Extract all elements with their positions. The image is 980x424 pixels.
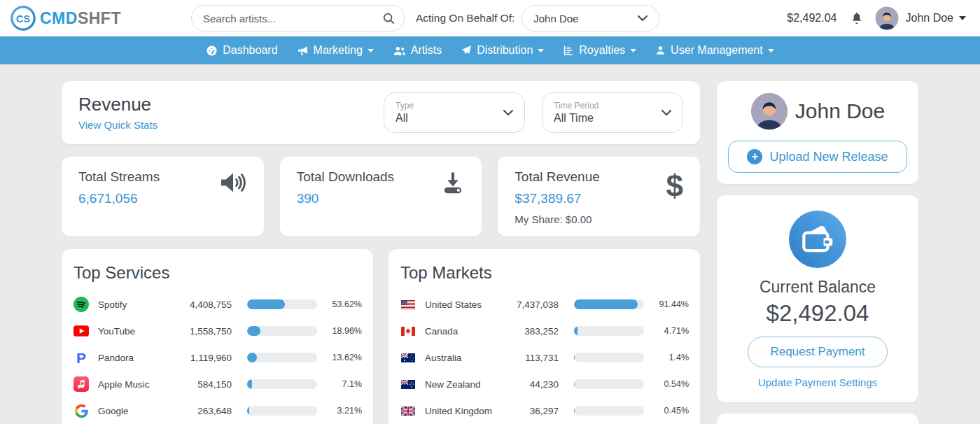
user-avatar[interactable] bbox=[875, 6, 899, 30]
pandora-icon: P bbox=[73, 349, 90, 366]
row-percent: 0.45% bbox=[644, 406, 689, 416]
top-markets-list: United States7,437,03891.44%Canada383,25… bbox=[400, 291, 689, 424]
upload-new-release-button[interactable]: + Upload New Release bbox=[728, 141, 907, 173]
nav-item-artists[interactable]: Artists bbox=[393, 44, 442, 57]
row-name: Pandora bbox=[98, 353, 167, 363]
row-value: 44,230 bbox=[494, 379, 559, 390]
total-downloads-card: Total Downloads 390 bbox=[280, 157, 482, 236]
nav-item-dashboard[interactable]: Dashboard bbox=[206, 44, 277, 57]
revenue-title: Revenue bbox=[78, 94, 158, 115]
chevron-down-icon bbox=[638, 15, 648, 21]
progress-bar-fill bbox=[574, 379, 575, 389]
nav-item-label: Dashboard bbox=[223, 44, 277, 57]
progress-bar bbox=[574, 379, 644, 389]
update-payment-settings-link[interactable]: Update Payment Settings bbox=[734, 376, 902, 388]
row-percent: 13.62% bbox=[317, 353, 362, 362]
row-name: Canada bbox=[425, 326, 494, 337]
top-services-card: Top Services Spotify4,408,75553.62%YouTu… bbox=[62, 249, 373, 424]
chevron-down-icon bbox=[503, 110, 513, 115]
my-share-text: My Share: $0.00 bbox=[514, 213, 599, 225]
acting-on-behalf-label: Acting On Behalf Of: bbox=[416, 12, 514, 24]
list-item: Australia113,7311.4% bbox=[400, 344, 689, 371]
progress-bar bbox=[574, 406, 644, 416]
progress-bar-fill bbox=[247, 379, 252, 389]
paper-plane-icon bbox=[461, 45, 472, 56]
row-name: Apple Music bbox=[98, 379, 167, 390]
left-column: Revenue View Quick Stats Type All Time P… bbox=[62, 81, 700, 424]
row-percent: 18.96% bbox=[317, 326, 362, 336]
nav-item-royalties[interactable]: Royalties bbox=[563, 44, 636, 57]
search-wrap bbox=[191, 5, 405, 31]
dashboard-icon bbox=[206, 45, 218, 57]
top-services-title: Top Services bbox=[74, 263, 362, 283]
current-balance-title: Current Balance bbox=[734, 278, 902, 297]
request-payment-button[interactable]: Request Payment bbox=[748, 337, 888, 367]
main-navbar: DashboardMarketingArtistsDistributionRoy… bbox=[0, 36, 980, 64]
main-content: Revenue View Quick Stats Type All Time P… bbox=[0, 64, 980, 424]
brand-text: CMDSHFT bbox=[40, 9, 121, 28]
plus-circle-icon: + bbox=[747, 149, 762, 164]
type-filter-value: All bbox=[396, 112, 414, 125]
nav-item-marketing[interactable]: Marketing bbox=[297, 44, 374, 57]
progress-bar-fill bbox=[247, 299, 285, 309]
app-logo[interactable]: CS CMDSHFT bbox=[10, 5, 121, 31]
download-icon bbox=[441, 171, 465, 195]
row-value: 263,648 bbox=[167, 406, 232, 416]
row-percent: 91.44% bbox=[644, 299, 689, 309]
youtube-icon bbox=[73, 323, 90, 339]
nav-caret-icon bbox=[538, 49, 544, 52]
total-revenue-card: Total Revenue $37,389.67 My Share: $0.00… bbox=[498, 157, 700, 236]
user-avatar bbox=[750, 92, 788, 130]
revenue-filters: Type All Time Period All Time bbox=[384, 92, 683, 133]
google-icon bbox=[73, 402, 90, 419]
revenue-card: Revenue View Quick Stats Type All Time P… bbox=[62, 81, 700, 144]
progress-bar bbox=[574, 353, 644, 362]
row-value: 1,119,960 bbox=[167, 353, 232, 363]
list-item: Apple Music584,1507.1% bbox=[73, 371, 362, 397]
svg-text:CS: CS bbox=[16, 13, 30, 24]
notifications-card: Notifications bbox=[717, 414, 918, 424]
row-name: United States bbox=[425, 299, 494, 310]
row-percent: 3.21% bbox=[317, 406, 362, 416]
row-value: 7,437,038 bbox=[494, 299, 559, 310]
spotify-icon bbox=[73, 296, 90, 313]
acting-user-select[interactable]: John Doe bbox=[522, 5, 659, 31]
megaphone-icon bbox=[297, 45, 309, 57]
user-icon bbox=[655, 45, 666, 56]
profile-name: John Doe bbox=[795, 99, 885, 123]
right-sidebar: John Doe + Upload New Release Current Ba… bbox=[717, 81, 918, 424]
user-menu-name[interactable]: John Doe bbox=[906, 12, 954, 24]
row-percent: 53.62% bbox=[317, 299, 362, 309]
wallet-icon bbox=[789, 211, 846, 268]
stat-title: Total Revenue bbox=[514, 169, 599, 185]
flag-united-states bbox=[400, 296, 416, 313]
notifications-bell-icon[interactable] bbox=[850, 11, 864, 25]
row-name: Spotify bbox=[98, 299, 167, 310]
top-right-cluster: $2,492.04 John Doe bbox=[787, 6, 966, 30]
stat-value: $37,389.67 bbox=[514, 191, 599, 206]
user-menu-caret-icon[interactable] bbox=[959, 16, 966, 20]
list-item: Canada383,2524.71% bbox=[400, 318, 689, 344]
nav-item-label: Marketing bbox=[314, 44, 363, 57]
list-item: PPandora1,119,96013.62% bbox=[73, 344, 362, 371]
row-name: YouTube bbox=[98, 326, 167, 337]
search-icon[interactable] bbox=[382, 12, 395, 27]
stat-value: 390 bbox=[297, 191, 394, 206]
top-markets-title: Top Markets bbox=[400, 263, 689, 283]
chart-icon bbox=[563, 45, 574, 56]
nav-caret-icon bbox=[368, 49, 374, 52]
progress-bar-fill bbox=[247, 353, 257, 362]
view-quick-stats-link[interactable]: View Quick Stats bbox=[78, 119, 158, 131]
row-value: 383,252 bbox=[494, 326, 559, 337]
row-percent: 0.54% bbox=[644, 379, 689, 389]
progress-bar-fill bbox=[574, 299, 638, 309]
row-percent: 4.71% bbox=[644, 326, 689, 336]
time-period-filter-select[interactable]: Time Period All Time bbox=[542, 92, 683, 133]
nav-item-label: Distribution bbox=[477, 44, 533, 57]
nav-item-distribution[interactable]: Distribution bbox=[461, 44, 544, 57]
type-filter-select[interactable]: Type All bbox=[384, 92, 525, 133]
row-value: 4,408,755 bbox=[167, 299, 232, 310]
progress-bar bbox=[574, 299, 644, 309]
nav-item-user-management[interactable]: User Management bbox=[655, 44, 774, 57]
search-input[interactable] bbox=[191, 5, 405, 31]
